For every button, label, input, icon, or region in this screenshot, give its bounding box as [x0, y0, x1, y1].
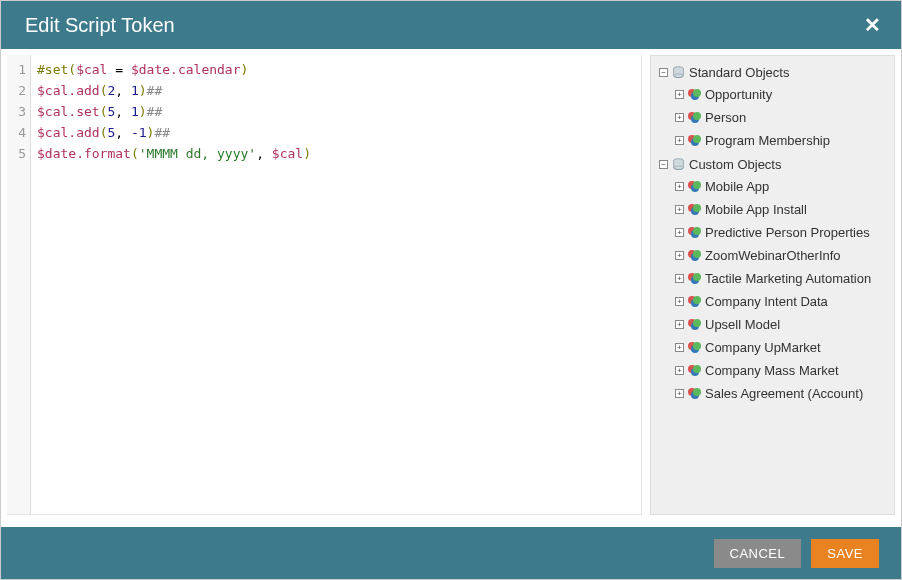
tree-item[interactable]: +Company Mass Market [657, 359, 894, 382]
tree-item-label: Program Membership [705, 133, 830, 148]
dialog-body: 12345 #set($cal = $date.calendar)$cal.ad… [1, 49, 901, 527]
expand-icon[interactable]: + [675, 297, 684, 306]
tree-item-label: Mobile App [705, 179, 769, 194]
object-icon [688, 181, 701, 192]
line-number-gutter: 12345 [7, 55, 31, 514]
object-icon [688, 342, 701, 353]
tree-group: −Custom Objects+Mobile App+Mobile App In… [657, 154, 894, 405]
tree-item-label: Mobile App Install [705, 202, 807, 217]
tree-group-header[interactable]: −Standard Objects [657, 62, 894, 83]
expand-icon[interactable]: + [675, 205, 684, 214]
tree-item[interactable]: +Upsell Model [657, 313, 894, 336]
tree-item-label: Sales Agreement (Account) [705, 386, 863, 401]
expand-icon[interactable]: + [675, 113, 684, 122]
tree-item[interactable]: +Company UpMarket [657, 336, 894, 359]
tree-group-label: Custom Objects [689, 157, 781, 172]
tree-item-label: Tactile Marketing Automation [705, 271, 871, 286]
line-number: 4 [7, 122, 26, 143]
line-number: 2 [7, 80, 26, 101]
save-button[interactable]: SAVE [811, 539, 879, 568]
dialog-title: Edit Script Token [25, 14, 175, 37]
expand-icon[interactable]: + [675, 136, 684, 145]
tree-item-label: Predictive Person Properties [705, 225, 870, 240]
expand-icon[interactable]: + [675, 228, 684, 237]
object-icon [688, 250, 701, 261]
collapse-icon[interactable]: − [659, 160, 668, 169]
tree-item-label: Company Mass Market [705, 363, 839, 378]
database-icon [672, 66, 685, 79]
tree-group-label: Standard Objects [689, 65, 789, 80]
cancel-button[interactable]: CANCEL [714, 539, 802, 568]
line-number: 1 [7, 59, 26, 80]
code-line[interactable]: $cal.set(5, 1)## [37, 101, 635, 122]
object-icon [688, 388, 701, 399]
object-icon [688, 319, 701, 330]
code-line[interactable]: $cal.add(2, 1)## [37, 80, 635, 101]
tree-item[interactable]: +Person [657, 106, 894, 129]
expand-icon[interactable]: + [675, 251, 684, 260]
object-icon [688, 135, 701, 146]
object-icon [688, 204, 701, 215]
tree-item-label: ZoomWebinarOtherInfo [705, 248, 841, 263]
code-editor[interactable]: 12345 #set($cal = $date.calendar)$cal.ad… [7, 55, 642, 515]
tree-group: −Standard Objects+Opportunity+Person+Pro… [657, 62, 894, 152]
line-number: 5 [7, 143, 26, 164]
object-icon [688, 112, 701, 123]
dialog-footer: CANCEL SAVE [1, 527, 901, 579]
line-number: 3 [7, 101, 26, 122]
tree-item-label: Person [705, 110, 746, 125]
expand-icon[interactable]: + [675, 274, 684, 283]
expand-icon[interactable]: + [675, 320, 684, 329]
object-icon [688, 365, 701, 376]
expand-icon[interactable]: + [675, 343, 684, 352]
tree-item-label: Company UpMarket [705, 340, 821, 355]
expand-icon[interactable]: + [675, 366, 684, 375]
tree-item[interactable]: +Predictive Person Properties [657, 221, 894, 244]
code-line[interactable]: $date.format('MMMM dd, yyyy', $cal) [37, 143, 635, 164]
expand-icon[interactable]: + [675, 90, 684, 99]
expand-icon[interactable]: + [675, 389, 684, 398]
code-line[interactable]: #set($cal = $date.calendar) [37, 59, 635, 80]
tree-item[interactable]: +ZoomWebinarOtherInfo [657, 244, 894, 267]
tree-item[interactable]: +Company Intent Data [657, 290, 894, 313]
code-line[interactable]: $cal.add(5, -1)## [37, 122, 635, 143]
object-icon [688, 296, 701, 307]
code-area[interactable]: #set($cal = $date.calendar)$cal.add(2, 1… [31, 55, 641, 514]
collapse-icon[interactable]: − [659, 68, 668, 77]
database-icon [672, 158, 685, 171]
object-icon [688, 227, 701, 238]
tree-item[interactable]: +Tactile Marketing Automation [657, 267, 894, 290]
expand-icon[interactable]: + [675, 182, 684, 191]
tree-item[interactable]: +Mobile App [657, 175, 894, 198]
tree-item[interactable]: +Mobile App Install [657, 198, 894, 221]
close-icon[interactable]: ✕ [864, 15, 881, 35]
tree-item-label: Upsell Model [705, 317, 780, 332]
object-tree[interactable]: −Standard Objects+Opportunity+Person+Pro… [650, 55, 895, 515]
tree-item[interactable]: +Program Membership [657, 129, 894, 152]
tree-group-header[interactable]: −Custom Objects [657, 154, 894, 175]
object-icon [688, 89, 701, 100]
tree-item[interactable]: +Sales Agreement (Account) [657, 382, 894, 405]
dialog-header: Edit Script Token ✕ [1, 1, 901, 49]
tree-item[interactable]: +Opportunity [657, 83, 894, 106]
dialog: Edit Script Token ✕ 12345 #set($cal = $d… [0, 0, 902, 580]
tree-item-label: Opportunity [705, 87, 772, 102]
object-icon [688, 273, 701, 284]
tree-item-label: Company Intent Data [705, 294, 828, 309]
